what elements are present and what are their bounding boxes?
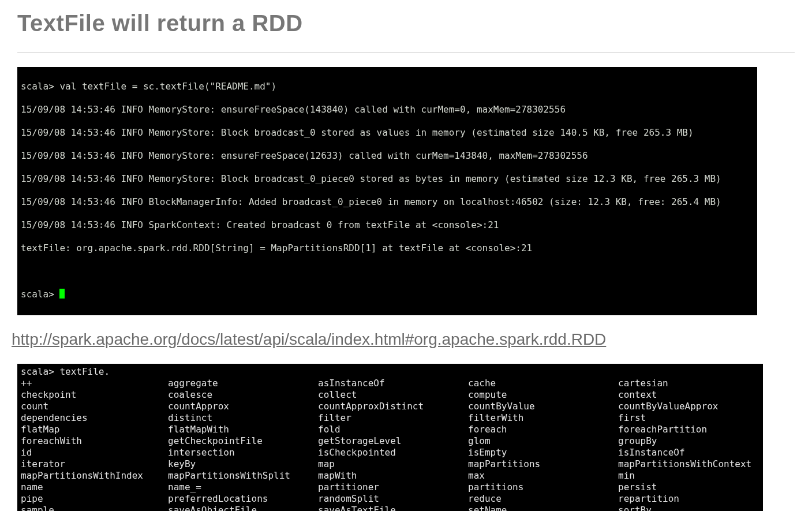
method-name: foreachPartition (618, 424, 759, 435)
method-name: countApproxDistinct (318, 401, 468, 412)
method-name: filter (318, 412, 468, 424)
method-name: cartesian (618, 378, 759, 389)
method-name: partitioner (318, 482, 468, 493)
method-name: dependencies (21, 412, 168, 424)
method-name: first (618, 412, 759, 424)
terminal-output-1: scala> val textFile = sc.textFile("READM… (17, 67, 757, 315)
terminal-line: 15/09/08 14:53:46 INFO MemoryStore: ensu… (21, 104, 754, 115)
method-name: min (618, 470, 759, 482)
methods-grid: ++aggregateasInstanceOfcachecartesianche… (21, 378, 759, 511)
method-name: mapPartitionsWithContext (618, 458, 759, 470)
method-name: isEmpty (468, 447, 618, 458)
method-name: cache (468, 378, 618, 389)
method-name: distinct (168, 412, 318, 424)
method-name: countApprox (168, 401, 318, 412)
terminal-line: scala> textFile. (21, 366, 759, 378)
method-name: fold (318, 424, 468, 435)
method-name: name (21, 482, 168, 493)
terminal-line: 15/09/08 14:53:46 INFO BlockManagerInfo:… (21, 196, 754, 208)
method-name: mapPartitionsWithSplit (168, 470, 318, 482)
method-name: flatMapWith (168, 424, 318, 435)
method-name: preferredLocations (168, 493, 318, 505)
page-title: TextFile will return a RDD (17, 10, 795, 36)
method-name: aggregate (168, 378, 318, 389)
slide: TextFile will return a RDD scala> val te… (0, 0, 812, 511)
method-name: foreachWith (21, 435, 168, 447)
method-name: sortBy (618, 505, 759, 511)
terminal-line: scala> val textFile = sc.textFile("READM… (21, 81, 754, 92)
divider (17, 53, 795, 53)
terminal-line: 15/09/08 14:53:46 INFO MemoryStore: Bloc… (21, 173, 754, 185)
method-name: repartition (618, 493, 759, 505)
method-name: mapWith (318, 470, 468, 482)
terminal-output-2: scala> textFile. ++aggregateasInstanceOf… (17, 364, 763, 511)
method-name: foreach (468, 424, 618, 435)
method-name: asInstanceOf (318, 378, 468, 389)
terminal-line: 15/09/08 14:53:46 INFO SparkContext: Cre… (21, 219, 754, 231)
method-name: compute (468, 389, 618, 401)
method-name: groupBy (618, 435, 759, 447)
method-name: map (318, 458, 468, 470)
method-name: ++ (21, 378, 168, 389)
method-name: getCheckpointFile (168, 435, 318, 447)
method-name: countByValueApprox (618, 401, 759, 412)
doc-link[interactable]: http://spark.apache.org/docs/latest/api/… (12, 330, 606, 349)
method-name: setName (468, 505, 618, 511)
terminal-line: 15/09/08 14:53:46 INFO MemoryStore: Bloc… (21, 127, 754, 139)
method-name: filterWith (468, 412, 618, 424)
method-name: flatMap (21, 424, 168, 435)
method-name: partitions (468, 482, 618, 493)
method-name: isInstanceOf (618, 447, 759, 458)
method-name: glom (468, 435, 618, 447)
method-name: getStorageLevel (318, 435, 468, 447)
method-name: reduce (468, 493, 618, 505)
method-name: iterator (21, 458, 168, 470)
method-name: coalesce (168, 389, 318, 401)
method-name: sample (21, 505, 168, 511)
method-name: checkpoint (21, 389, 168, 401)
method-name: persist (618, 482, 759, 493)
method-name: saveAsObjectFile (168, 505, 318, 511)
method-name: intersection (168, 447, 318, 458)
cursor-icon (59, 289, 65, 299)
method-name: max (468, 470, 618, 482)
terminal-blank-line (21, 266, 754, 277)
method-name: count (21, 401, 168, 412)
method-name: mapPartitionsWithIndex (21, 470, 168, 482)
method-name: randomSplit (318, 493, 468, 505)
method-name: context (618, 389, 759, 401)
terminal-line: textFile: org.apache.spark.rdd.RDD[Strin… (21, 243, 754, 254)
method-name: isCheckpointed (318, 447, 468, 458)
method-name: countByValue (468, 401, 618, 412)
method-name: saveAsTextFile (318, 505, 468, 511)
method-name: mapPartitions (468, 458, 618, 470)
method-name: pipe (21, 493, 168, 505)
method-name: collect (318, 389, 468, 401)
method-name: name_= (168, 482, 318, 493)
terminal-line: 15/09/08 14:53:46 INFO MemoryStore: ensu… (21, 150, 754, 162)
method-name: keyBy (168, 458, 318, 470)
terminal-prompt: scala> (21, 289, 65, 300)
method-name: id (21, 447, 168, 458)
